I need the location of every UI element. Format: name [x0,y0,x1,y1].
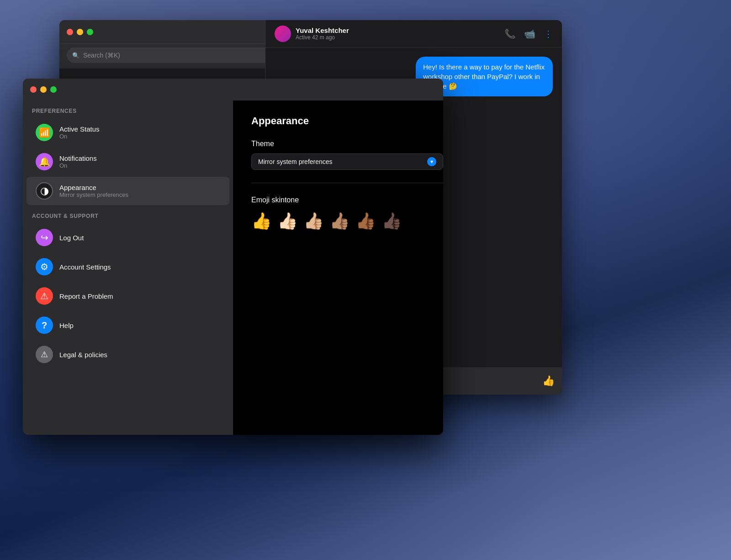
logout-text: Log Out [59,234,220,242]
appearance-panel: Appearance Theme Mirror system preferenc… [233,100,443,245]
window-controls [67,29,93,35]
chat-user-status: Active 42 m ago [296,34,504,41]
pref-titlebar [23,79,443,100]
thumbs-up-button[interactable]: 👍 [542,375,555,387]
phone-icon[interactable]: 📞 [504,28,516,39]
active-status-icon: 📶 [36,124,53,141]
emoji-tone-dark[interactable]: 👍🏿 [381,211,402,231]
chat-actions: 📞 📹 ⋮ [504,28,553,39]
chat-user-info: Yuval Keshtcher Active 42 m ago [296,26,504,41]
account-settings-text: Account Settings [59,263,220,271]
emoji-tone-light[interactable]: 👍🏻 [277,211,298,231]
active-status-subtitle: On [59,133,220,140]
notifications-subtitle: On [59,162,220,169]
appearance-text: Appearance Mirror system preferences [59,184,220,198]
help-icon: ? [36,317,53,334]
notifications-icon-symbol: 🔔 [39,156,50,167]
sidebar-item-legal[interactable]: ⚠ Legal & policies [26,340,229,369]
sidebar-item-notifications[interactable]: 🔔 Notifications On [26,148,229,176]
appearance-subtitle: Mirror system preferences [59,191,220,198]
preferences-section-label: Preferences [23,100,233,118]
appearance-icon: ◑ [36,182,53,200]
logout-icon: ↪ [36,229,53,246]
emoji-tone-medium-light[interactable]: 👍🏼 [303,211,324,231]
sidebar-item-help[interactable]: ? Help [26,311,229,339]
active-status-icon-symbol: 📶 [39,127,50,138]
pref-window-controls [30,86,57,93]
help-title: Help [59,322,220,329]
account-settings-title: Account Settings [59,263,220,271]
logout-icon-symbol: ↪ [41,232,48,243]
pref-maximize-button[interactable] [50,86,57,93]
maximize-button[interactable] [87,29,93,35]
more-icon[interactable]: ⋮ [544,28,553,39]
sidebar-item-active-status[interactable]: 📶 Active Status On [26,118,229,147]
preferences-sidebar: Preferences 📶 Active Status On 🔔 Notific… [23,79,233,435]
report-problem-icon-symbol: ⚠ [40,291,48,301]
report-problem-title: Report a Problem [59,292,220,300]
account-settings-icon-symbol: ⚙ [40,261,48,272]
account-section-label: Account & Support [23,206,233,223]
theme-select[interactable]: Mirror system preferences ▾ [251,153,443,170]
chevron-down-icon: ▾ [427,157,436,166]
legal-title: Legal & policies [59,351,220,359]
appearance-title: Appearance [59,184,220,191]
sidebar-item-appearance[interactable]: ◑ Appearance Mirror system preferences [26,177,229,205]
report-problem-text: Report a Problem [59,292,220,300]
sidebar-item-report-problem[interactable]: ⚠ Report a Problem [26,282,229,310]
theme-select-value: Mirror system preferences [258,158,333,165]
account-settings-icon: ⚙ [36,258,53,275]
legal-icon-symbol: ⚠ [41,349,48,359]
report-problem-icon: ⚠ [36,287,53,305]
legal-text: Legal & policies [59,351,220,359]
chat-user-avatar [275,26,291,42]
sidebar-item-account-settings[interactable]: ⚙ Account Settings [26,253,229,281]
video-icon[interactable]: 📹 [524,28,535,39]
emoji-tone-medium-dark[interactable]: 👍🏾 [355,211,376,231]
active-status-title: Active Status [59,125,220,133]
notifications-title: Notifications [59,154,220,162]
emoji-skintone-label: Emoji skintone [251,196,443,204]
active-status-text: Active Status On [59,125,220,140]
appearance-panel-title: Appearance [251,115,443,127]
divider [251,183,443,183]
theme-label: Theme [251,140,443,148]
close-button[interactable] [67,29,73,35]
preferences-content: Appearance Theme Mirror system preferenc… [233,79,443,435]
legal-icon: ⚠ [36,346,53,363]
notifications-icon: 🔔 [36,153,53,170]
emoji-skintones: 👍 👍🏻 👍🏼 👍🏽 👍🏾 👍🏿 [251,211,443,231]
chat-header: Yuval Keshtcher Active 42 m ago 📞 📹 ⋮ [265,20,562,48]
search-icon: 🔍 [72,52,79,59]
sidebar-item-logout[interactable]: ↪ Log Out [26,223,229,252]
minimize-button[interactable] [77,29,83,35]
logout-title: Log Out [59,234,220,242]
help-text: Help [59,322,220,329]
chat-user-name: Yuval Keshtcher [296,26,504,34]
emoji-tone-medium[interactable]: 👍🏽 [329,211,350,231]
appearance-icon-symbol: ◑ [40,185,49,197]
help-icon-symbol: ? [42,320,47,331]
emoji-tone-default[interactable]: 👍 [251,211,272,231]
pref-close-button[interactable] [30,86,37,93]
search-placeholder: Search (⌘K) [83,52,120,59]
pref-minimize-button[interactable] [40,86,47,93]
notifications-text: Notifications On [59,154,220,169]
preferences-window: Preferences 📶 Active Status On 🔔 Notific… [23,79,443,435]
